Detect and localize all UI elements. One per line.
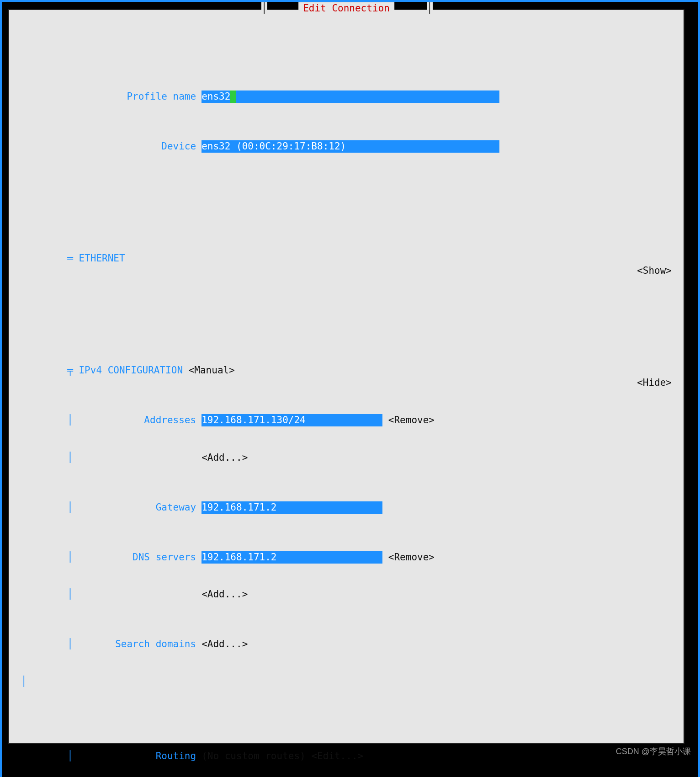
tree-line: │ [67, 501, 84, 514]
text-cursor [230, 90, 236, 103]
dialog-title: Edit Connection [298, 2, 394, 15]
search-domains-add-button[interactable]: <Add...> [202, 639, 248, 649]
ipv4-mode-select[interactable]: <Manual> [189, 365, 235, 376]
tree-line: │ [21, 676, 37, 688]
routing-value: (No custom routes) [202, 750, 306, 761]
tree-line: │ [67, 750, 84, 762]
dns-add-button[interactable]: <Add...> [202, 589, 248, 600]
addresses-add-button[interactable]: <Add...> [202, 452, 248, 463]
tree-line: │ [67, 452, 84, 464]
title-pipe-left: │ [261, 2, 267, 15]
gateway-value: 192.168.171.2 [202, 502, 276, 513]
dialog-panel: │ Edit Connection │ Profile nameens32 De… [8, 9, 684, 744]
search-domains-label: Search domains [84, 638, 196, 650]
dns-remove-button[interactable]: <Remove> [388, 552, 435, 563]
section-marker-ipv4: ╤ [67, 365, 79, 376]
title-pipe-right: │ [427, 2, 433, 15]
addresses-input[interactable]: 192.168.171.130/24 [202, 414, 382, 426]
watermark-text: CSDN @李昊哲小课 [616, 746, 691, 757]
profile-name-input[interactable]: ens32 [202, 90, 499, 103]
tree-line: │ [67, 551, 84, 564]
section-marker-ethernet: ═ [67, 253, 79, 264]
profile-name-label: Profile name [67, 90, 196, 103]
profile-name-value: ens32 [202, 91, 230, 102]
dns-label: DNS servers [84, 551, 196, 564]
routing-label: Routing [84, 750, 196, 762]
gateway-label: Gateway [84, 501, 196, 514]
tree-line: │ [67, 414, 84, 426]
addresses-value: 192.168.171.130/24 [202, 415, 306, 426]
ethernet-show-button[interactable]: <Show> [637, 265, 672, 277]
ipv4-hide-button[interactable]: <Hide> [637, 377, 672, 389]
addresses-remove-button[interactable]: <Remove> [388, 415, 435, 426]
dns-value: 192.168.171.2 [202, 552, 276, 563]
addresses-label: Addresses [84, 414, 196, 426]
terminal-window: │ Edit Connection │ Profile nameens32 De… [0, 0, 700, 777]
dns-input[interactable]: 192.168.171.2 [202, 551, 382, 564]
tree-line: │ [67, 638, 84, 650]
routing-edit-button[interactable]: <Edit...> [311, 750, 363, 761]
gateway-input[interactable]: 192.168.171.2 [202, 501, 382, 514]
device-input[interactable]: ens32 (00:0C:29:17:B8:12) [202, 140, 499, 153]
tree-line: │ [67, 588, 84, 601]
ethernet-header: ETHERNET [79, 253, 125, 264]
ipv4-header: IPv4 CONFIGURATION [79, 365, 183, 376]
device-value: ens32 (00:0C:29:17:B8:12) [202, 141, 346, 152]
device-label: Device [67, 140, 196, 153]
